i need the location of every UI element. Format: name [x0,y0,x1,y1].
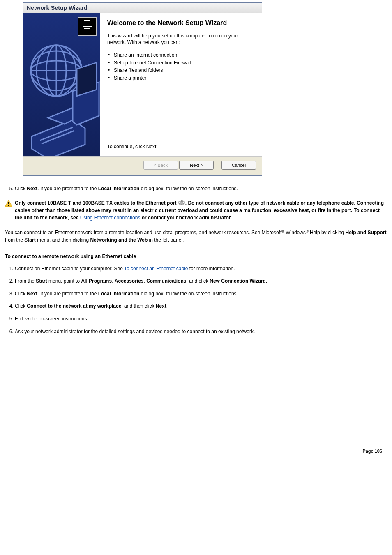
info-paragraph: You can connect to an Ethernet network f… [2,229,390,244]
wizard-title: Network Setup Wizard [27,5,88,11]
step-list-a: Click Next. If you are prompted to the L… [2,185,390,193]
svg-rect-14 [8,202,9,204]
svg-rect-15 [8,205,9,206]
step-item: Follow the on-screen instructions. [15,315,390,323]
warning-block: Only connect 10BASE-T and 100BASE-TX cab… [2,199,390,221]
cancel-button[interactable]: Cancel [221,161,256,170]
svg-rect-16 [179,202,181,203]
back-button: < Back [143,161,178,170]
wizard-bullet-list: Share an Internet connection Set up Inte… [114,51,254,82]
wizard-side-image [23,13,100,156]
svg-rect-21 [181,200,182,202]
svg-rect-17 [182,202,184,203]
step-item: Connect an Ethernet cable to your comput… [15,265,390,273]
step-item: From the Start menu, point to All Progra… [15,277,390,285]
wizard-button-row: < Back Next > Cancel [23,156,262,175]
wizard-continue-text: To continue, click Next. [107,119,254,152]
wizard-bullet: Share files and folders [114,67,254,74]
wizard-titlebar: Network Setup Wizard [23,3,262,13]
wizard-bullet: Share an Internet connection [114,51,254,59]
wizard-bullet: Share a printer [114,74,254,82]
step-list-b: Connect an Ethernet cable to your comput… [2,265,390,336]
step-item: Click Connect to the network at my workp… [15,302,390,310]
svg-rect-12 [77,62,97,96]
step-item: Click Next. If you are prompted to the L… [15,185,390,193]
wizard-intro-text: This wizard will help you set up this co… [107,33,254,46]
section-heading: To connect to a remote network using an … [2,253,390,259]
page-number: Page 106 [2,342,390,459]
ethernet-port-icon [178,200,185,205]
wizard-bullet: Set up Internet Connection Firewall [114,59,254,67]
warning-icon [5,200,12,207]
to-connect-ethernet-cable-link[interactable]: To connect an Ethernet cable [124,266,188,272]
network-computers-icon [78,17,97,36]
next-button[interactable]: Next > [179,161,214,170]
wizard-heading: Welcome to the Network Setup Wizard [107,19,254,27]
using-ethernet-connections-link[interactable]: Using Ethernet connections [80,215,141,221]
network-setup-wizard-window: Network Setup Wizard [23,2,262,176]
step-item: Ask your network administrator for the d… [15,328,390,336]
step-item: Click Next. If you are prompted to the L… [15,290,390,298]
